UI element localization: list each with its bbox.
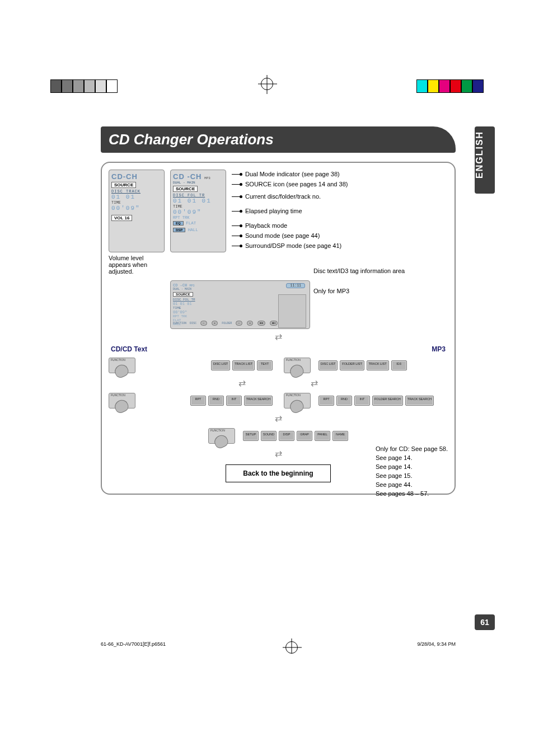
language-tab: ENGLISH [475, 126, 495, 194]
source-logo: CD-CH [111, 172, 162, 181]
funcbar-row2-left: RPT RND INT TRACK SEARCH [190, 396, 273, 406]
callout-list: Dual Mode indicator (see page 38) SOURCE… [232, 170, 448, 252]
section-label-left: CD/CD Text [111, 345, 147, 353]
mp3-sub-icon: MP3 [204, 176, 210, 180]
folder-list-button[interactable]: FOLDER LIST [340, 360, 364, 370]
id3-button[interactable]: ID3 [391, 360, 407, 370]
grap-button[interactable]: GRAP [297, 431, 312, 441]
volume-badge: VOL 16 [111, 215, 132, 221]
dual-mode-label: DUAL - MAIN [173, 181, 223, 185]
rnd-button[interactable]: RND [208, 396, 224, 406]
page-number-badge: 61 [475, 614, 495, 630]
volume-caption: Volume level appears when adjusted. [109, 255, 165, 275]
footer-reg-icon [285, 641, 298, 654]
track-search-button[interactable]: TRACK SEARCH [405, 396, 434, 406]
callout-sound: Sound mode (see page 44) [245, 232, 320, 239]
clock-badge: 11:11 [286, 283, 305, 288]
time-label: TIME [111, 200, 162, 205]
callout-source-icon: SOURCE icon (see pages 14 and 38) [245, 181, 348, 187]
callout-current: Current disc/folder/track no. [245, 193, 321, 200]
disc-track-numbers: 01 01 [111, 194, 162, 200]
print-footer: 61-66_KD-AV7001[E]f.p65 61 9/28/04, 9:34… [101, 641, 456, 654]
function-button-hand: FUNCTION [109, 393, 135, 408]
registration-mark-icon [261, 78, 273, 90]
hand-pointer-icon [212, 433, 229, 450]
rpt-button[interactable]: RPT [190, 396, 206, 406]
minus-button-icon: − [200, 321, 207, 326]
plus-button-icon: + [247, 321, 254, 326]
callout-disc-text: Disc text/ID3 tag information area [313, 267, 405, 274]
hand-pointer-icon [113, 363, 130, 379]
hand-pointer-icon [113, 398, 130, 415]
track-list-button[interactable]: TRACK LIST [232, 360, 255, 370]
left-color-bar [50, 79, 118, 93]
folder-search-button[interactable]: FOLDER SEARCH [372, 396, 403, 406]
rpt-button[interactable]: RPT [318, 396, 334, 406]
plus-button-icon: + [212, 321, 218, 326]
callout-dual: Dual Mode indicator (see page 38) [245, 171, 340, 177]
note-pages48-57: See pages 48 – 57. [376, 490, 448, 497]
track-list-button[interactable]: TRACK LIST [367, 360, 389, 370]
disc-fol-tr-numbers: 01 01 01 [173, 198, 223, 204]
flow-arrow-icon: ⇄ [109, 331, 448, 342]
page-title: CD Changer Operations [101, 126, 456, 153]
int-button[interactable]: INT [226, 396, 242, 406]
callout-mp3-only: Only for MP3 [313, 288, 405, 294]
screen-row: CD-CH SOURCE DISC TRACK 01 01 TIME 00'09… [109, 170, 448, 252]
minus-button-icon: − [236, 321, 242, 326]
right-color-bar [416, 79, 484, 93]
section-label-right: MP3 [432, 345, 446, 353]
source-logo: CD -CH [173, 172, 202, 181]
function-button-hand: FUNCTION [208, 428, 235, 444]
rnd-button[interactable]: RND [336, 396, 352, 406]
next-track-icon: ⏭ [270, 321, 278, 326]
setup-button[interactable]: SETUP [243, 431, 259, 441]
disc-list-button[interactable]: DISC LIST [318, 360, 338, 370]
funcbar-row3: SETUP SOUND DISP GRAP PANEL NAME [243, 431, 348, 441]
column-headers: DISC TRACK [111, 189, 162, 194]
note-page15: See page 15. [376, 472, 448, 479]
hand-pointer-icon [288, 398, 305, 415]
display-screen-left: CD-CH SOURCE DISC TRACK 01 01 TIME 00'09… [109, 170, 165, 252]
footer-file: 61-66_KD-AV7001[E]f.p65 [101, 641, 160, 654]
funcbar-row1-right: DISC LIST FOLDER LIST TRACK LIST ID3 [318, 360, 407, 370]
elapsed-time: 00'09" [111, 205, 162, 212]
function-button-hand: FUNCTION [109, 358, 135, 373]
column-headers: DISC FOL TR [173, 193, 223, 198]
display-screen-small: 11:11 CD -CH MP3 DUAL - MAIN SOURCE DISC… [170, 280, 310, 329]
sound-button[interactable]: SOUND [261, 431, 277, 441]
dsp-icon: DSP [173, 228, 185, 232]
int-button[interactable]: INT [354, 396, 370, 406]
name-button[interactable]: NAME [332, 431, 348, 441]
function-button-hand: FUNCTION [284, 393, 311, 408]
main-frame: CD-CH SOURCE DISC TRACK 01 01 TIME 00'09… [101, 162, 456, 495]
source-badge: SOURCE [173, 186, 198, 192]
hand-pointer-icon [288, 363, 305, 379]
note-cd-only: Only for CD: See page 58. [376, 445, 448, 452]
source-badge: SOURCE [111, 182, 136, 188]
print-crop-marks [0, 73, 534, 93]
hall-label: HALL [188, 228, 198, 232]
note-page14b: See page 14. [376, 463, 448, 470]
flow-arrow-icon: ⇄ ⇄ [109, 378, 448, 388]
panel-button[interactable]: PANEL [315, 431, 330, 441]
callout-surround: Surround/DSP mode (see page 41) [245, 242, 341, 249]
small-callouts: Disc text/ID3 tag information area Only … [313, 267, 405, 300]
time-label: TIME [173, 204, 223, 209]
page-content: ENGLISH CD Changer Operations CD-CH SOUR… [101, 126, 456, 619]
folder-group-label: FOLDER [222, 322, 232, 325]
funcbar-row2-right: RPT RND INT FOLDER SEARCH TRACK SEARCH [318, 396, 434, 406]
disp-button[interactable]: DISP [279, 431, 294, 441]
flow-arrow-icon: ⇄ [109, 413, 448, 424]
flat-label: FLAT [186, 221, 196, 226]
footer-date: 9/28/04, 9:34 PM [417, 641, 456, 654]
funcbar-row1-left: DISC LIST TRACK LIST TEXT [211, 360, 273, 370]
elapsed-time: 00'09" [173, 209, 223, 215]
disc-group-label: DISC [190, 322, 196, 325]
note-page44: See page 44. [376, 481, 448, 488]
text-button[interactable]: TEXT [257, 360, 273, 370]
display-screen-right: CD -CH MP3 DUAL - MAIN SOURCE DISC FOL T… [170, 170, 226, 252]
track-search-button[interactable]: TRACK SEARCH [244, 396, 273, 406]
disc-list-button[interactable]: DISC LIST [211, 360, 230, 370]
callout-elapsed: Elapsed playing time [245, 208, 302, 214]
